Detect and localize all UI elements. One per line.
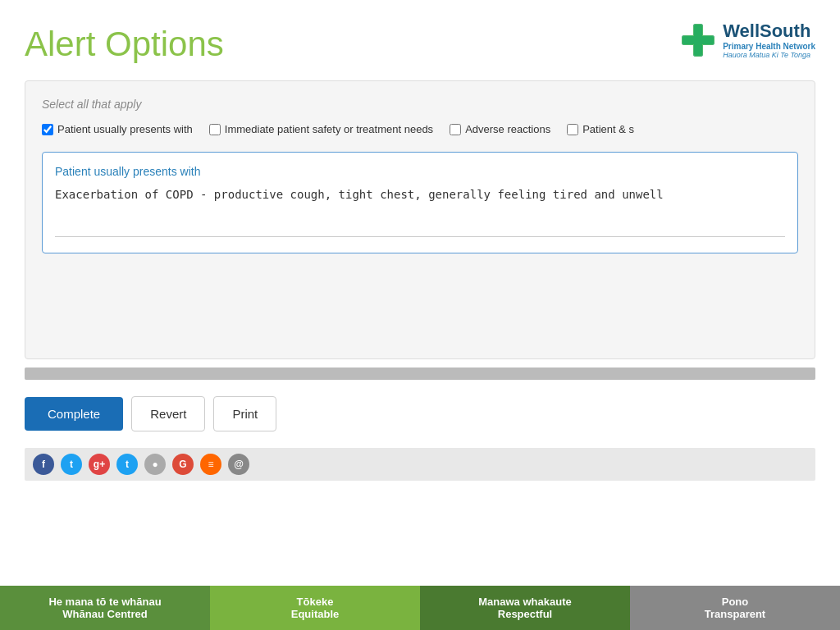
- twitter-icon[interactable]: t: [61, 454, 82, 475]
- facebook-icon[interactable]: f: [33, 454, 54, 475]
- email-icon[interactable]: @: [228, 454, 249, 475]
- patient-section: Patient usually presents with: [42, 152, 798, 253]
- logo-icon: [680, 22, 716, 58]
- social-icon-4[interactable]: t: [116, 454, 138, 475]
- checkbox-patient-s-label[interactable]: Patient & s: [582, 123, 634, 135]
- footer-item-3-line1: Manawa whakaute: [428, 596, 622, 608]
- logo: WellSouth Primary Health Network Hauora …: [680, 21, 815, 59]
- checkbox-adverse-reactions[interactable]: Adverse reactions: [450, 123, 550, 135]
- logo-tagline: Hauora Matua Ki Te Tonga: [723, 51, 815, 59]
- page-title: Alert Options: [25, 25, 224, 64]
- footer-item-3-line2: Respectful: [428, 608, 622, 620]
- patient-section-title: Patient usually presents with: [55, 165, 785, 178]
- checkbox-immediate-safety-input[interactable]: [209, 124, 221, 135]
- social-icon-3[interactable]: g+: [89, 454, 110, 475]
- footer-item-3: Manawa whakaute Respectful: [420, 586, 630, 630]
- checkbox-patient-s[interactable]: Patient & s: [567, 123, 634, 135]
- footer-item-1: He mana tō te whānau Whānau Centred: [0, 586, 210, 630]
- footer-item-2: Tōkeke Equitable: [210, 586, 420, 630]
- footer-item-4-line1: Pono: [638, 596, 832, 608]
- footer: He mana tō te whānau Whānau Centred Tōke…: [0, 586, 840, 630]
- scrollbar-thumb[interactable]: [25, 368, 815, 380]
- footer-item-4-line2: Transparent: [638, 608, 832, 620]
- logo-text: WellSouth Primary Health Network Hauora …: [723, 21, 815, 59]
- checkbox-immediate-safety-label[interactable]: Immediate patient safety or treatment ne…: [225, 123, 433, 135]
- revert-button[interactable]: Revert: [131, 396, 205, 431]
- logo-subtitle: Primary Health Network: [723, 42, 815, 51]
- form-card: Select all that apply Patient usually pr…: [25, 80, 815, 359]
- logo-brand: WellSouth: [723, 21, 815, 42]
- footer-item-1-line2: Whānau Centred: [8, 608, 202, 620]
- social-bar: f t g+ t ● G ≡ @: [25, 448, 815, 481]
- patient-textarea[interactable]: [55, 188, 785, 237]
- header: Alert Options WellSouth Primary Health N…: [0, 0, 840, 72]
- scrollbar[interactable]: [25, 368, 815, 380]
- checkbox-patient-presents-label[interactable]: Patient usually presents with: [57, 123, 193, 135]
- footer-item-2-line2: Equitable: [218, 608, 412, 620]
- checkbox-adverse-reactions-input[interactable]: [450, 124, 461, 135]
- footer-item-1-line1: He mana tō te whānau: [8, 596, 202, 608]
- checkbox-patient-s-input[interactable]: [567, 124, 578, 135]
- checkboxes-row: Patient usually presents with Immediate …: [42, 123, 798, 135]
- social-icon-5[interactable]: ●: [144, 454, 166, 475]
- footer-item-2-line1: Tōkeke: [218, 596, 412, 608]
- button-area: Complete Revert Print: [0, 380, 840, 448]
- rss-icon[interactable]: ≡: [200, 454, 221, 475]
- select-label: Select all that apply: [42, 98, 798, 111]
- print-button[interactable]: Print: [213, 396, 276, 431]
- svg-rect-5: [682, 36, 714, 44]
- checkbox-adverse-reactions-label[interactable]: Adverse reactions: [465, 123, 550, 135]
- checkbox-immediate-safety[interactable]: Immediate patient safety or treatment ne…: [209, 123, 433, 135]
- complete-button[interactable]: Complete: [25, 397, 123, 431]
- footer-item-4: Pono Transparent: [630, 586, 840, 630]
- checkbox-patient-presents[interactable]: Patient usually presents with: [42, 123, 193, 135]
- google-plus-icon[interactable]: G: [172, 454, 194, 475]
- checkbox-patient-presents-input[interactable]: [42, 124, 53, 135]
